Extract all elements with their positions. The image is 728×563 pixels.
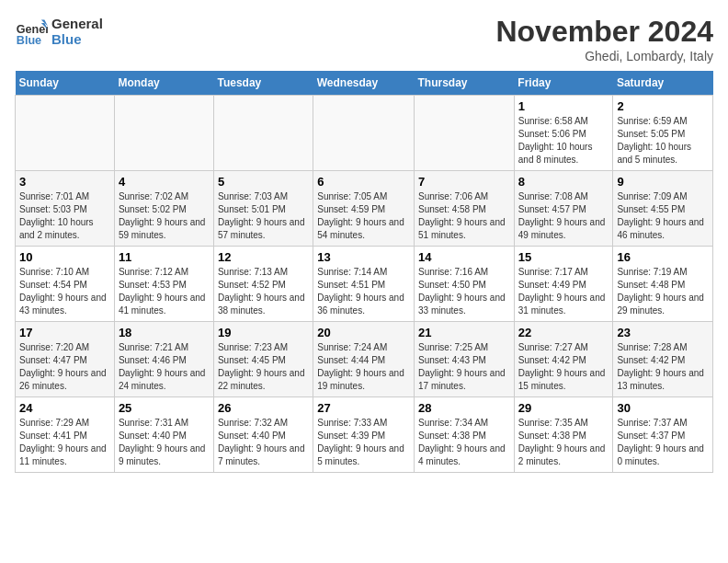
day-number: 26	[218, 401, 309, 415]
day-number: 3	[19, 175, 110, 189]
calendar-cell: 6Sunrise: 7:05 AM Sunset: 4:59 PM Daylig…	[313, 171, 415, 247]
day-info: Sunrise: 7:24 AM Sunset: 4:44 PM Dayligh…	[317, 341, 410, 393]
calendar-cell	[415, 96, 515, 171]
day-number: 23	[617, 326, 709, 339]
day-info: Sunrise: 7:05 AM Sunset: 4:59 PM Dayligh…	[317, 190, 410, 242]
day-info: Sunrise: 7:17 AM Sunset: 4:49 PM Dayligh…	[518, 266, 609, 317]
calendar-week-2: 3Sunrise: 7:01 AM Sunset: 5:03 PM Daylig…	[16, 171, 713, 247]
column-header-tuesday: Tuesday	[213, 71, 313, 96]
day-info: Sunrise: 7:28 AM Sunset: 4:42 PM Dayligh…	[617, 341, 709, 393]
day-number: 13	[317, 250, 410, 264]
column-header-friday: Friday	[514, 71, 613, 96]
day-info: Sunrise: 7:33 AM Sunset: 4:39 PM Dayligh…	[317, 417, 410, 468]
logo-icon: General Blue	[15, 15, 48, 48]
logo-line2: Blue	[51, 31, 103, 47]
day-info: Sunrise: 6:59 AM Sunset: 5:05 PM Dayligh…	[617, 115, 709, 167]
day-info: Sunrise: 7:08 AM Sunset: 4:57 PM Dayligh…	[518, 190, 609, 242]
day-number: 5	[218, 175, 309, 189]
calendar-cell: 25Sunrise: 7:31 AM Sunset: 4:40 PM Dayli…	[114, 397, 213, 473]
calendar-cell: 28Sunrise: 7:34 AM Sunset: 4:38 PM Dayli…	[415, 397, 515, 473]
calendar-cell: 10Sunrise: 7:10 AM Sunset: 4:54 PM Dayli…	[16, 247, 115, 322]
calendar-cell	[313, 96, 415, 171]
day-number: 12	[218, 250, 309, 264]
calendar-cell: 30Sunrise: 7:37 AM Sunset: 4:37 PM Dayli…	[613, 397, 713, 473]
location-subtitle: Ghedi, Lombardy, Italy	[495, 49, 713, 63]
calendar-week-5: 24Sunrise: 7:29 AM Sunset: 4:41 PM Dayli…	[16, 397, 713, 473]
day-number: 7	[418, 175, 510, 189]
calendar-cell: 18Sunrise: 7:21 AM Sunset: 4:46 PM Dayli…	[114, 322, 213, 397]
column-header-sunday: Sunday	[16, 71, 115, 96]
calendar-cell: 14Sunrise: 7:16 AM Sunset: 4:50 PM Dayli…	[415, 247, 515, 322]
day-info: Sunrise: 7:10 AM Sunset: 4:54 PM Dayligh…	[19, 266, 110, 317]
day-number: 2	[617, 99, 709, 113]
day-info: Sunrise: 7:12 AM Sunset: 4:53 PM Dayligh…	[119, 266, 210, 317]
day-info: Sunrise: 7:02 AM Sunset: 5:02 PM Dayligh…	[119, 190, 210, 242]
day-number: 27	[317, 401, 410, 415]
day-info: Sunrise: 7:34 AM Sunset: 4:38 PM Dayligh…	[418, 417, 510, 468]
calendar-cell: 20Sunrise: 7:24 AM Sunset: 4:44 PM Dayli…	[313, 322, 415, 397]
column-header-saturday: Saturday	[613, 71, 713, 96]
calendar-cell: 5Sunrise: 7:03 AM Sunset: 5:01 PM Daylig…	[213, 171, 313, 247]
day-number: 16	[617, 250, 709, 264]
calendar-cell: 21Sunrise: 7:25 AM Sunset: 4:43 PM Dayli…	[415, 322, 515, 397]
day-info: Sunrise: 7:03 AM Sunset: 5:01 PM Dayligh…	[218, 190, 309, 242]
calendar-cell: 2Sunrise: 6:59 AM Sunset: 5:05 PM Daylig…	[613, 96, 713, 171]
logo: General Blue General Blue	[15, 15, 103, 48]
day-number: 21	[418, 326, 510, 339]
day-number: 6	[317, 175, 410, 189]
day-info: Sunrise: 7:20 AM Sunset: 4:47 PM Dayligh…	[19, 341, 110, 393]
calendar-cell: 1Sunrise: 6:58 AM Sunset: 5:06 PM Daylig…	[514, 96, 613, 171]
calendar-cell: 13Sunrise: 7:14 AM Sunset: 4:51 PM Dayli…	[313, 247, 415, 322]
column-header-monday: Monday	[114, 71, 213, 96]
day-info: Sunrise: 7:35 AM Sunset: 4:38 PM Dayligh…	[518, 417, 609, 468]
calendar-cell: 26Sunrise: 7:32 AM Sunset: 4:40 PM Dayli…	[213, 397, 313, 473]
day-info: Sunrise: 7:09 AM Sunset: 4:55 PM Dayligh…	[617, 190, 709, 242]
day-info: Sunrise: 7:01 AM Sunset: 5:03 PM Dayligh…	[19, 190, 110, 242]
calendar-cell	[114, 96, 213, 171]
title-block: November 2024 Ghedi, Lombardy, Italy	[495, 15, 713, 63]
day-info: Sunrise: 7:23 AM Sunset: 4:45 PM Dayligh…	[218, 341, 309, 393]
day-number: 11	[119, 250, 210, 264]
day-number: 1	[518, 99, 609, 113]
column-header-thursday: Thursday	[415, 71, 515, 96]
calendar-week-4: 17Sunrise: 7:20 AM Sunset: 4:47 PM Dayli…	[16, 322, 713, 397]
day-info: Sunrise: 7:19 AM Sunset: 4:48 PM Dayligh…	[617, 266, 709, 317]
day-number: 20	[317, 326, 410, 339]
calendar-cell: 22Sunrise: 7:27 AM Sunset: 4:42 PM Dayli…	[514, 322, 613, 397]
day-info: Sunrise: 7:29 AM Sunset: 4:41 PM Dayligh…	[19, 417, 110, 468]
day-number: 4	[119, 175, 210, 189]
day-number: 30	[617, 401, 709, 415]
day-number: 10	[19, 250, 110, 264]
calendar-cell: 3Sunrise: 7:01 AM Sunset: 5:03 PM Daylig…	[16, 171, 115, 247]
calendar-cell: 9Sunrise: 7:09 AM Sunset: 4:55 PM Daylig…	[613, 171, 713, 247]
calendar-cell: 27Sunrise: 7:33 AM Sunset: 4:39 PM Dayli…	[313, 397, 415, 473]
calendar-body: 1Sunrise: 6:58 AM Sunset: 5:06 PM Daylig…	[16, 96, 713, 473]
calendar-header-row: SundayMondayTuesdayWednesdayThursdayFrid…	[16, 71, 713, 96]
day-number: 18	[119, 326, 210, 339]
calendar-table: SundayMondayTuesdayWednesdayThursdayFrid…	[15, 71, 713, 473]
day-info: Sunrise: 7:27 AM Sunset: 4:42 PM Dayligh…	[518, 341, 609, 393]
day-number: 14	[418, 250, 510, 264]
day-info: Sunrise: 7:25 AM Sunset: 4:43 PM Dayligh…	[418, 341, 510, 393]
calendar-cell: 19Sunrise: 7:23 AM Sunset: 4:45 PM Dayli…	[213, 322, 313, 397]
calendar-cell	[16, 96, 115, 171]
logo-line1: General	[51, 16, 103, 31]
day-number: 15	[518, 250, 609, 264]
day-number: 24	[19, 401, 110, 415]
day-info: Sunrise: 7:32 AM Sunset: 4:40 PM Dayligh…	[218, 417, 309, 468]
page-header: General Blue General Blue November 2024 …	[15, 15, 713, 63]
month-title: November 2024	[495, 15, 713, 49]
column-header-wednesday: Wednesday	[313, 71, 415, 96]
day-number: 9	[617, 175, 709, 189]
day-number: 25	[119, 401, 210, 415]
calendar-cell: 8Sunrise: 7:08 AM Sunset: 4:57 PM Daylig…	[514, 171, 613, 247]
day-info: Sunrise: 7:16 AM Sunset: 4:50 PM Dayligh…	[418, 266, 510, 317]
day-number: 17	[19, 326, 110, 339]
calendar-cell: 11Sunrise: 7:12 AM Sunset: 4:53 PM Dayli…	[114, 247, 213, 322]
day-number: 8	[518, 175, 609, 189]
day-number: 28	[418, 401, 510, 415]
calendar-cell: 23Sunrise: 7:28 AM Sunset: 4:42 PM Dayli…	[613, 322, 713, 397]
calendar-cell: 12Sunrise: 7:13 AM Sunset: 4:52 PM Dayli…	[213, 247, 313, 322]
calendar-cell: 17Sunrise: 7:20 AM Sunset: 4:47 PM Dayli…	[16, 322, 115, 397]
day-info: Sunrise: 6:58 AM Sunset: 5:06 PM Dayligh…	[518, 115, 609, 167]
